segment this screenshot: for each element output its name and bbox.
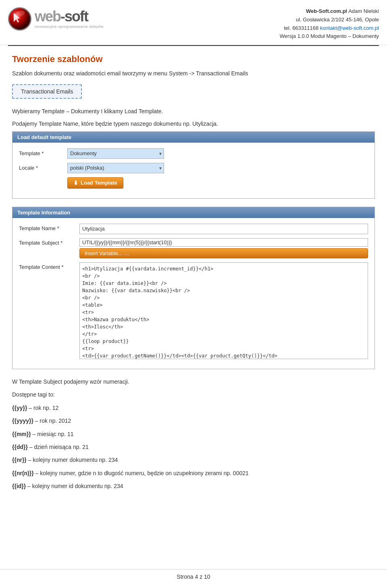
phone-email-line: tel. 663311168 kontakt@web-soft.com.pl [121, 24, 379, 33]
subject-note: W Template Subject podajemy wzór numerac… [12, 377, 375, 386]
page-title: Tworzenie szablonów [12, 54, 375, 64]
logo-tagline: innowacyjne oprogramowanie sklepów [35, 25, 104, 29]
template-info-panel-body: Template Name * Template Subject * Inser… [12, 218, 375, 369]
locale-select-wrapper[interactable]: polski (Polska) ▼ [67, 163, 164, 173]
template-row: Template * Dokumenty ▼ [19, 148, 368, 159]
load-template-button-row: ⬇ Load Template [19, 177, 368, 189]
main-content: Tworzenie szablonów Szablon dokumentu or… [0, 46, 387, 517]
template-select-wrapper[interactable]: Dokumenty ▼ [67, 148, 164, 159]
tags-list: {{yy}} – rok np. 12{{yyyy}} – rok np. 20… [12, 403, 375, 491]
svg-point-0 [9, 8, 30, 29]
load-icon: ⬇ [73, 180, 78, 186]
template-name-row: Template Name * [19, 224, 368, 234]
logo-area: web-soft innowacyjne oprogramowanie skle… [8, 7, 121, 32]
tag-item: {{yy}} – rok np. 12 [12, 403, 375, 412]
template-subject-input[interactable] [79, 238, 368, 247]
insert-variable-label: Insert Variable... [85, 250, 123, 256]
locale-label: Locale * [19, 165, 67, 171]
load-default-panel-body: Template * Dokumenty ▼ Locale * polski (… [12, 143, 375, 198]
company-name: Web-Soft.com.pl Adam Nielski [121, 7, 379, 16]
logo-visual: web-soft innowacyjne oprogramowanie skle… [8, 7, 121, 31]
locale-select[interactable]: polski (Polska) [67, 163, 164, 173]
tag-item: {{nr}} – kolejny numer dokumentu np. 234 [12, 455, 375, 464]
header: web-soft innowacyjne oprogramowanie skle… [0, 0, 387, 45]
tag-item: {{yyyy}} – rok np. 2012 [12, 416, 375, 425]
logo-wordmark: web-soft innowacyjne oprogramowanie skle… [35, 9, 104, 29]
template-info-panel-header: Template Information [12, 207, 375, 218]
insert-variable-icon: … [124, 250, 129, 256]
template-content-row: Template Content * <h1>Utylizacja #{{var… [19, 262, 368, 359]
address-line: ul. Gosławicka 2/102 45-146, Opole [121, 16, 379, 24]
footer-text: Strona 4 z 10 [177, 573, 210, 580]
step1-text: Wybieramy Template – Dokumenty I klikamy… [12, 107, 375, 116]
version-line: Wersja 1.0.0 Moduł Magento – Dokumenty [121, 32, 379, 41]
tags-intro: Dostępne tagi to: [12, 390, 375, 399]
intro-text: Szablon dokumentu oraz wiadomości email … [12, 69, 375, 78]
template-name-label: Template Name * [19, 224, 79, 231]
load-default-panel: Load default template Template * Dokumen… [12, 131, 375, 199]
template-label: Template * [19, 150, 67, 156]
load-template-label: Load Template [81, 180, 117, 186]
template-subject-row: Template Subject * Insert Variable... … [19, 238, 368, 258]
template-name-input[interactable] [79, 224, 368, 234]
email-link[interactable]: kontakt@web-soft.com.pl [320, 25, 379, 31]
locale-row: Locale * polski (Polska) ▼ [19, 163, 368, 173]
template-subject-label: Template Subject * [19, 238, 79, 246]
logo-globe-icon [8, 7, 31, 31]
step2-text: Podajemy Template Name, które będzie typ… [12, 119, 375, 128]
transactional-emails-box: Transactional Emails [12, 84, 82, 99]
template-subject-wrapper: Insert Variable... … [79, 238, 368, 258]
tag-item: {{mm}} – miesiąc np. 11 [12, 430, 375, 438]
template-content-label: Template Content * [19, 262, 79, 270]
header-info: Web-Soft.com.pl Adam Nielski ul. Gosławi… [121, 7, 379, 41]
logo-name: web-soft [35, 9, 104, 24]
tag-item: {{id}} – kolejny numer id dokumentu np. … [12, 482, 375, 490]
tag-item: {{dd}} – dzień mieisąca np. 21 [12, 443, 375, 451]
transactional-emails-label: Transactional Emails [21, 88, 73, 95]
template-info-panel: Template Information Template Name * Tem… [12, 207, 375, 369]
insert-variable-button[interactable]: Insert Variable... … [79, 248, 368, 258]
load-default-panel-header: Load default template [12, 132, 375, 143]
footer: Strona 4 z 10 [0, 569, 387, 580]
template-select[interactable]: Dokumenty [67, 148, 164, 159]
tag-item: {{nr(n)}} – kolejny numer, gdzie n to dł… [12, 469, 375, 478]
template-content-textarea[interactable]: <h1>Utylizacja #{{vardata.increment_id}}… [79, 262, 368, 359]
load-template-button[interactable]: ⬇ Load Template [67, 177, 123, 189]
